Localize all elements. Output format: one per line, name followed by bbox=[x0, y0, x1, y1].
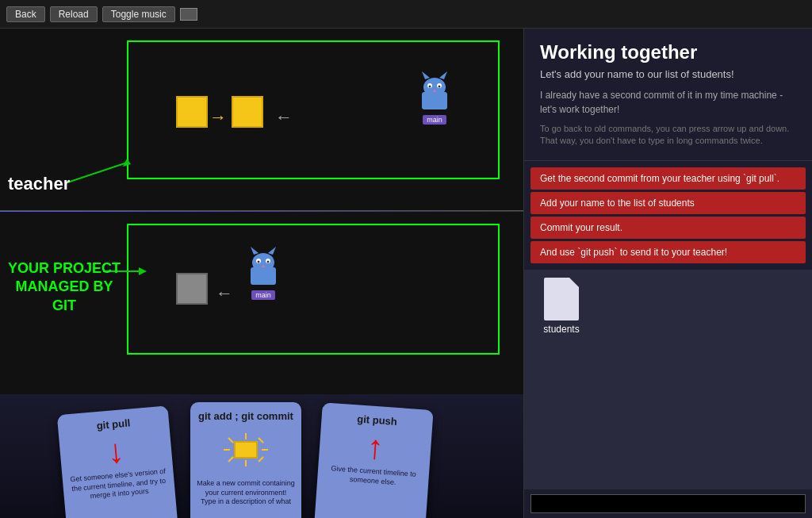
svg-marker-2 bbox=[422, 71, 430, 79]
svg-point-12 bbox=[252, 253, 274, 272]
svg-marker-14 bbox=[268, 247, 276, 255]
teacher-cat: main bbox=[419, 70, 450, 125]
card-git-pull-desc: Get someone else's version of the curren… bbox=[68, 467, 169, 504]
card-git-pull-title: git pull bbox=[96, 416, 131, 432]
working-together-hint: To go back to old commands, you can pres… bbox=[540, 123, 796, 148]
svg-line-9 bbox=[67, 163, 127, 182]
file-area: students bbox=[524, 270, 812, 489]
working-together-body: I already have a second commit of it in … bbox=[540, 88, 796, 117]
working-together-section: Working together Let's add your name to … bbox=[524, 29, 812, 161]
card-git-pull: git pull ↓ Get someone else's version of… bbox=[57, 405, 181, 518]
svg-point-18 bbox=[267, 261, 270, 263]
tasks-list: Get the second commit from your teacher … bbox=[524, 161, 812, 270]
file-item-students[interactable]: students bbox=[534, 278, 589, 335]
teacher-commit-2 bbox=[232, 96, 263, 128]
file-icon-students bbox=[544, 278, 579, 320]
task-item-0[interactable]: Get the second commit from your teacher … bbox=[530, 167, 806, 190]
student-arrow-1: ← bbox=[216, 283, 233, 304]
card-git-commit-icon bbox=[222, 432, 270, 471]
svg-marker-21 bbox=[139, 267, 147, 275]
cards-section: git pull ↓ Get someone else's version of… bbox=[0, 394, 523, 518]
task-item-1[interactable]: Add your name to the list of students bbox=[530, 192, 806, 214]
task-item-3[interactable]: And use `git push` to send it to your te… bbox=[530, 241, 806, 263]
card-git-push-desc: Give the current timeline to someone els… bbox=[324, 464, 423, 489]
teacher-commit-1 bbox=[176, 96, 208, 128]
main-layout: → ← bbox=[0, 29, 812, 518]
student-label: YOUR PROJECT MANAGED BY GIT bbox=[8, 259, 121, 315]
teacher-git-canvas: → ← bbox=[127, 40, 500, 179]
teacher-section: → ← bbox=[0, 29, 523, 211]
svg-point-6 bbox=[429, 86, 431, 88]
cmd-input[interactable] bbox=[530, 494, 806, 513]
back-button[interactable]: Back bbox=[6, 6, 45, 22]
toggle-music-button[interactable]: Toggle music bbox=[102, 6, 175, 22]
card-git-commit: git add ; git commit bbox=[190, 402, 301, 518]
student-cat-label: main bbox=[251, 290, 275, 300]
toolbar: Back Reload Toggle music bbox=[0, 0, 812, 29]
card-git-pull-icon: ↓ bbox=[106, 434, 126, 469]
svg-point-7 bbox=[439, 86, 441, 88]
svg-point-1 bbox=[423, 78, 446, 97]
working-together-title: Working together bbox=[540, 41, 796, 63]
student-section: ← bbox=[0, 212, 523, 394]
left-panel: → ← bbox=[0, 29, 523, 518]
teacher-pointer-arrow bbox=[67, 155, 139, 186]
teacher-label: teacher bbox=[8, 174, 70, 194]
right-panel: Working together Let's add your name to … bbox=[523, 29, 812, 518]
svg-marker-3 bbox=[439, 71, 447, 79]
card-git-push: git push ↑ Give the current timeline to … bbox=[312, 402, 433, 518]
svg-line-29 bbox=[259, 457, 263, 462]
svg-marker-13 bbox=[251, 247, 259, 255]
teacher-cat-label: main bbox=[423, 115, 446, 125]
svg-marker-10 bbox=[123, 159, 131, 167]
card-git-push-icon: ↑ bbox=[366, 430, 385, 464]
student-commit-1 bbox=[176, 273, 208, 305]
reload-button[interactable]: Reload bbox=[50, 6, 98, 22]
card-git-commit-desc: Make a new commit containing your curren… bbox=[197, 479, 295, 507]
svg-line-26 bbox=[228, 438, 233, 443]
student-cat: main bbox=[247, 245, 279, 300]
teacher-arrow-2: ← bbox=[275, 107, 293, 128]
svg-rect-30 bbox=[235, 442, 257, 458]
student-git-canvas: ← bbox=[127, 224, 500, 355]
svg-line-27 bbox=[259, 438, 263, 443]
file-name-students: students bbox=[543, 324, 579, 335]
task-item-2[interactable]: Commit your result. bbox=[530, 217, 806, 239]
svg-line-28 bbox=[228, 457, 233, 462]
svg-point-17 bbox=[258, 261, 260, 263]
teacher-arrow-1: → bbox=[209, 107, 227, 128]
card-git-commit-title: git add ; git commit bbox=[198, 410, 293, 422]
cmd-input-area bbox=[524, 489, 812, 518]
music-toggle-box bbox=[180, 8, 197, 21]
working-together-subtitle: Let's add your name to our list of stude… bbox=[540, 68, 796, 80]
card-git-push-title: git push bbox=[357, 412, 397, 427]
